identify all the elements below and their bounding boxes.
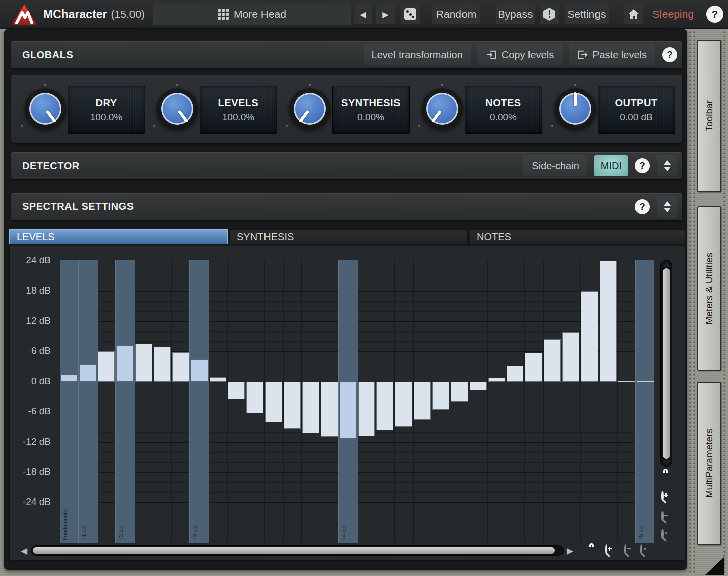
synthesis-knob[interactable] [289,88,331,130]
chevron-down-icon [664,167,671,171]
harmonic-bar[interactable] [172,352,189,382]
harmonic-bar[interactable] [432,382,449,410]
bypass-button[interactable]: Bypass [496,4,535,24]
app-name: MCharacter [43,8,107,21]
levels-value-display[interactable]: LEVELS 100.0% [200,86,277,134]
sleeping-status-button[interactable]: Sleeping [649,4,697,24]
harmonic-bar[interactable] [451,382,468,402]
previous-preset-button[interactable]: ◀ [354,4,372,24]
harmonic-bar[interactable] [302,382,319,433]
preset-grid-icon [218,9,229,20]
tab-synthesis[interactable]: SYNTHESIS [229,229,468,244]
scroll-right-arrow-icon[interactable]: ▶ [567,546,573,556]
settings-button[interactable]: Settings [565,4,609,24]
plot-area[interactable]: Fundamental+1 oct+2 oct+3 oct+4 oct+5 oc… [60,260,654,543]
harmonic-bar[interactable] [395,382,412,427]
harmonic-bar[interactable] [79,364,96,382]
octave-band-label: Fundamental [62,508,68,540]
midi-button[interactable]: MIDI [594,155,628,176]
sidebar-tab-multiparameters[interactable]: MultiParameters [697,382,721,545]
output-value-display[interactable]: OUTPUT 0.00 dB [598,86,675,134]
harmonic-bar[interactable] [210,377,227,382]
randomize-dice-button[interactable] [401,4,420,24]
harmonic-bar[interactable] [61,375,78,382]
scroll-down-arrow-icon[interactable] [663,460,671,465]
side-chain-button[interactable]: Side-chain [523,155,587,176]
harmonic-bar[interactable] [284,382,301,429]
harmonic-bar[interactable] [321,382,338,437]
synthesis-value-display[interactable]: SYNTHESIS 0.00% [332,86,410,134]
harmonic-bar[interactable] [191,359,208,382]
home-icon [628,9,640,20]
harmonic-bar[interactable] [340,382,357,439]
detector-collapse-button[interactable] [657,155,677,176]
harmonic-bar[interactable] [154,347,171,382]
zoom-out-icon [624,544,626,555]
scroll-left-arrow-icon[interactable]: ◀ [21,546,27,556]
level-transformation-button[interactable]: Level transformation [364,44,471,65]
harmonic-bar[interactable] [116,345,134,382]
detector-help-button[interactable]: ? [635,158,650,173]
globals-section-header[interactable]: GLOBALS Level transformation Copy levels [11,41,682,68]
harmonic-bar[interactable] [135,344,152,382]
globals-help-button[interactable]: ? [662,47,677,62]
harmonic-bar[interactable] [246,382,263,413]
vertical-zoom-out-button[interactable] [661,512,664,521]
harmonic-bar[interactable] [265,382,282,422]
notes-label: NOTES [485,97,521,109]
harmonic-bar[interactable] [544,339,561,382]
harmonic-bar[interactable] [376,382,393,430]
horizontal-zoom-in-button[interactable] [605,545,607,554]
notes-value-display[interactable]: NOTES 0.00% [465,86,542,134]
spectral-settings-section-header[interactable]: SPECTRAL SETTINGS ? [11,193,682,220]
harmonic-bar[interactable] [414,382,431,420]
copy-levels-button[interactable]: Copy levels [478,44,562,65]
vertical-scroll-thumb[interactable] [663,268,670,459]
home-button[interactable] [624,4,643,24]
alert-button[interactable] [540,4,559,24]
harmonic-bar[interactable] [637,381,654,382]
harmonic-bar[interactable] [488,378,505,382]
chart-vertical-scrollbar[interactable] [660,260,672,467]
spectral-help-button[interactable]: ? [635,199,650,214]
harmonic-bar[interactable] [507,366,524,382]
levels-knob[interactable] [156,88,198,130]
tab-levels[interactable]: LEVELS [9,229,228,244]
harmonic-bar[interactable] [525,353,542,382]
sidebar-tab-meters-utilities[interactable]: Meters & Utilities [697,206,721,371]
random-button[interactable]: Random [432,4,480,24]
notes-knob[interactable] [421,88,464,130]
spectral-settings-title: SPECTRAL SETTINGS [22,201,134,212]
preset-selector[interactable]: More Head [153,3,351,25]
dry-knob[interactable] [24,88,67,130]
side-chain-label: Side-chain [532,160,579,172]
harmonic-bar[interactable] [98,351,115,382]
output-knob-group: OUTPUT 0.00 dB [542,75,676,143]
chart-horizontal-scrollbar[interactable] [31,545,564,556]
harmonic-bar[interactable] [470,382,487,390]
harmonic-bar[interactable] [581,291,598,382]
vertical-zoom-in-button[interactable] [661,492,664,501]
paste-levels-button[interactable]: Paste levels [569,44,655,65]
sidebar-tab-toolbar[interactable]: Toolbar [697,40,721,192]
harmonic-bar[interactable] [600,261,617,382]
horizontal-zoom-out-button[interactable] [624,545,626,554]
harmonic-bar[interactable] [228,382,245,399]
help-button[interactable]: ? [706,6,723,23]
zoom-in-icon [661,491,664,501]
harmonic-bar[interactable] [618,381,635,382]
spectral-collapse-button[interactable] [657,196,677,218]
melda-logo-icon[interactable] [11,3,37,26]
harmonic-bar[interactable] [562,332,579,382]
horizontal-scroll-thumb[interactable] [33,547,555,554]
next-preset-button[interactable]: ▶ [376,4,395,24]
harmonic-bar[interactable] [358,382,375,436]
horizontal-zoom-fit-button[interactable] [640,545,642,554]
dry-value-display[interactable]: DRY 100.0% [68,86,145,134]
vertical-zoom-fit-button[interactable] [661,530,664,539]
output-knob[interactable] [554,88,597,130]
detector-section-header[interactable]: DETECTOR Side-chain MIDI ? [11,152,682,179]
tab-notes[interactable]: NOTES [469,229,685,244]
window-resize-handle[interactable] [705,557,724,575]
scroll-up-arrow-icon[interactable] [663,262,671,267]
